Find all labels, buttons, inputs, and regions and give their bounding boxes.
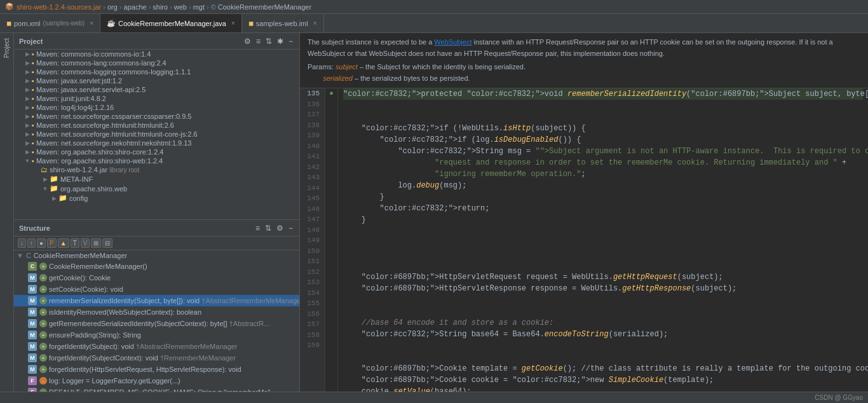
code-line: "color:#6897bb;">Cookie template = getCo…	[343, 363, 863, 374]
tab-cookie[interactable]: ☕ CookieRememberMeManager.java ×	[100, 14, 242, 32]
tree-item-label: Maven: net.sourceforge.nekohtml:nekohtml…	[36, 139, 192, 147]
struct-align-icon[interactable]: ≡	[254, 223, 261, 233]
struct-item[interactable]: M+forgetIdentity(SubjectContext): void †…	[14, 352, 299, 364]
breadcrumb-shiro[interactable]: shiro	[153, 3, 168, 11]
folder-icon: 📁	[50, 175, 58, 183]
param-serialized: serialized	[323, 74, 352, 82]
struct-settings-icon[interactable]: ⚙	[275, 223, 285, 233]
websubject-link[interactable]: WebSubject	[434, 38, 471, 46]
tree-item[interactable]: ▶▪Maven: net.sourceforge.htmlunit:htmlun…	[14, 130, 299, 139]
tree-item-label: Maven: org.apache.shiro:shiro-web:1.2.4	[36, 157, 163, 165]
align-icon[interactable]: ≡	[255, 36, 262, 46]
breadcrumb-bar: 📦 shiro-web-1.2.4-sources.jar › org › ap…	[0, 0, 868, 14]
tree-item[interactable]: ▶▪Maven: org.apache.shiro:shiro-core:1.2…	[14, 147, 299, 156]
tree-item[interactable]: ▶▪Maven: commons-io:commons-io:1.4	[14, 50, 299, 58]
structure-panel-header: Structure ≡ ⇅ ⚙ −	[14, 220, 299, 236]
tree-item[interactable]: ▼📁org.apache.shiro.web	[14, 184, 299, 193]
tree-arrow: ▶	[23, 113, 32, 120]
struct-class-header[interactable]: ▼ C CookieRememberMeManager	[14, 250, 299, 261]
struct-item[interactable]: M+forgetIdentity(HttpServletRequest, Htt…	[14, 364, 299, 375]
tab-samples-label: samples-web.iml	[256, 20, 308, 27]
breadcrumb-org[interactable]: org	[107, 3, 118, 11]
struct-item[interactable]: M+ensurePadding(String): String	[14, 329, 299, 341]
struct-close-icon[interactable]: −	[287, 223, 294, 233]
tree-item-label: Maven: commons-lang:commons-lang:2.4	[36, 59, 166, 67]
struct-item[interactable]: M+getCookie(): Cookie	[14, 272, 299, 283]
method-type-icon: M	[28, 319, 37, 328]
maven-icon: ▪	[32, 77, 34, 85]
side-tab-label[interactable]: Project	[3, 38, 10, 58]
struct-item[interactable]: C+CookieRememberMeManager()	[14, 261, 299, 272]
code-content[interactable]: "color:#cc7832;">protected "color:#cc783…	[338, 88, 868, 392]
line-number: 138	[305, 120, 320, 131]
visibility-icon: +	[39, 365, 47, 373]
line-number: 142	[305, 162, 320, 173]
param-subject: subject	[336, 63, 358, 71]
struct-btn-9[interactable]: ⊟	[102, 238, 112, 248]
visibility-icon: +	[39, 343, 47, 350]
visibility-icon: +	[39, 297, 47, 304]
struct-item[interactable]: F+DEFAULT_REMEMBER_ME_COOKIE_NAME: Strin…	[14, 386, 299, 392]
tree-item[interactable]: ▶📁META-INF	[14, 174, 299, 184]
tree-item[interactable]: ▶📁config	[14, 193, 299, 203]
tree-item[interactable]: ▼▪Maven: org.apache.shiro:shiro-web:1.2.…	[14, 156, 299, 165]
tree-item[interactable]: ▶▪Maven: net.sourceforge.htmlunit:htmlun…	[14, 121, 299, 130]
tree-item[interactable]: ▶▪Maven: commons-lang:commons-lang:2.4	[14, 58, 299, 67]
struct-item-label: getRememberedSerializedIdentity(SubjectC…	[49, 320, 269, 327]
code-editor[interactable]: 1351361371381391401411421431441451461471…	[300, 88, 868, 392]
settings-icon[interactable]: ⚙	[243, 36, 252, 46]
tree-item[interactable]: ▶▪Maven: javax.servlet:servlet-api:2.5	[14, 85, 299, 94]
struct-item-label: forgetIdentity(HttpServletRequest, HttpS…	[49, 365, 241, 373]
line-numbers: 1351361371381391401411421431441451461471…	[300, 88, 325, 392]
tab-pom[interactable]: ◼ pom.xml (samples-web) ×	[0, 14, 100, 32]
close-panel-icon[interactable]: −	[287, 36, 294, 46]
tree-item[interactable]: ▶▪Maven: net.sourceforge.cssparser:csspa…	[14, 112, 299, 121]
struct-btn-8[interactable]: ⊞	[91, 238, 101, 248]
struct-item[interactable]: F-log: Logger = LoggerFactory.getLogger(…	[14, 375, 299, 386]
breadcrumb-web[interactable]: web	[174, 3, 187, 11]
line-number: 145	[305, 193, 320, 204]
left-panels: Project ⚙ ≡ ⇅ ✱ − ▶▪Maven: commons-io:co…	[14, 33, 300, 392]
struct-btn-2[interactable]: ↑	[27, 238, 36, 248]
struct-item[interactable]: M+forgetIdentity(Subject): void †Abstrac…	[14, 341, 299, 352]
maven-icon: ▪	[32, 148, 34, 156]
tab-samples[interactable]: ◼ samples-web.iml ×	[242, 14, 324, 32]
tree-item[interactable]: 🗂shiro-web-1.2.4.jar library root	[14, 165, 299, 174]
code-line	[343, 249, 863, 271]
struct-item[interactable]: M+isIdentityRemoved(WebSubjectContext): …	[14, 306, 299, 318]
sort-icon[interactable]: ⇅	[264, 36, 273, 46]
maven-icon: ▪	[32, 104, 34, 111]
struct-btn-1[interactable]: ↓	[18, 238, 26, 248]
tree-item[interactable]: ▶▪Maven: net.sourceforge.nekohtml:nekoht…	[14, 139, 299, 147]
tab-cookie-close[interactable]: ×	[231, 20, 235, 27]
tree-item[interactable]: ▶▪Maven: commons-logging:commons-logging…	[14, 67, 299, 76]
struct-btn-4[interactable]: P	[47, 238, 57, 248]
project-tree: ▶▪Maven: commons-io:commons-io:1.4▶▪Mave…	[14, 50, 299, 219]
struct-item[interactable]: M+getRememberedSerializedIdentity(Subjec…	[14, 318, 299, 329]
gear2-icon[interactable]: ✱	[276, 36, 285, 46]
line-number: 149	[305, 235, 320, 246]
struct-item[interactable]: M+setCookie(Cookie): void	[14, 283, 299, 295]
struct-btn-6[interactable]: T	[71, 238, 79, 248]
breadcrumb-jar[interactable]: shiro-web-1.2.4-sources.jar	[17, 3, 101, 11]
tab-samples-close[interactable]: ×	[313, 20, 317, 27]
tree-item[interactable]: ▶▪Maven: log4j:log4j:1.2.16	[14, 103, 299, 112]
struct-btn-5[interactable]: ▲	[58, 238, 69, 248]
struct-btn-7[interactable]: V	[81, 238, 90, 248]
tree-item[interactable]: ▶▪Maven: javax.servlet:jstl:1.2	[14, 76, 299, 85]
struct-btn-3[interactable]: ●	[37, 238, 46, 248]
breadcrumb-file[interactable]: CookieRememberMeManager	[218, 3, 311, 11]
tab-pom-close[interactable]: ×	[90, 20, 93, 27]
struct-item[interactable]: M+rememberSerializedIdentity(Subject, by…	[14, 295, 299, 306]
tree-arrow: ▶	[23, 78, 32, 84]
tree-arrow: ▶	[23, 86, 32, 93]
tree-arrow: ▶	[23, 122, 32, 128]
breadcrumb-apache[interactable]: apache	[124, 3, 147, 11]
struct-sort-icon[interactable]: ⇅	[264, 223, 273, 233]
tree-arrow: ▶	[23, 131, 32, 137]
tree-arrow: ▶	[23, 51, 32, 57]
breadcrumb-mgt[interactable]: mgt	[193, 3, 205, 11]
tree-item[interactable]: ▶▪Maven: junit:junit:4.8.2	[14, 94, 299, 103]
maven-icon: ▪	[32, 121, 34, 129]
jar-icon: 📦	[5, 3, 14, 11]
